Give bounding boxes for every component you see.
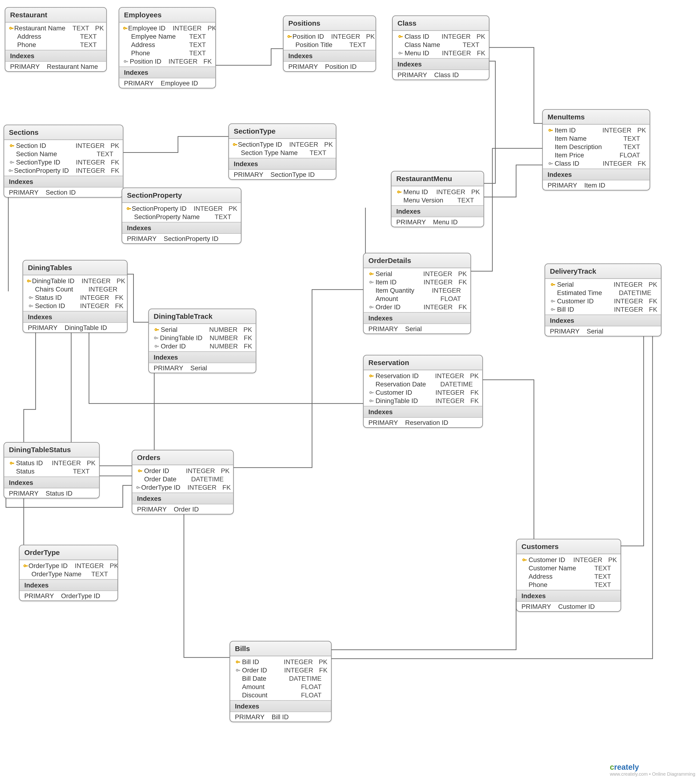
column-type: FLOAT	[620, 152, 646, 158]
entity-diningtables[interactable]: DiningTablesDiningTable IDINTEGERPKChair…	[23, 260, 128, 333]
column-type: FLOAT	[301, 691, 327, 699]
entity-restaurantmenu[interactable]: RestaurantMenuMenu IDINTEGERPKMenu Versi…	[391, 171, 484, 227]
column-name: Customer ID	[557, 297, 614, 305]
entity-orderdetails[interactable]: OrderDetailsSerialINTEGERPKItem IDINTEGE…	[363, 253, 471, 334]
entity-title: Customers	[517, 539, 621, 554]
indexes-header: Indexes	[283, 50, 376, 62]
fk-key-icon	[549, 307, 557, 312]
column-row: Status IDINTEGERFK	[23, 293, 127, 302]
column-name: SectionProperty Name	[134, 213, 215, 220]
column-name: SectionType ID	[16, 158, 76, 166]
index-column: SectionProperty ID	[164, 235, 218, 242]
index-primary-label: PRIMARY	[397, 71, 434, 78]
column-type: INTEGER	[80, 302, 115, 309]
entity-restaurant[interactable]: RestaurantRestaurant NameTEXTPKAddressTE…	[5, 7, 107, 72]
entity-diningtablestatus[interactable]: DiningTableStatusStatus IDINTEGERPKStatu…	[3, 442, 100, 499]
column-row: DiningTable IDNUMBERFK	[149, 334, 256, 342]
column-key-label: PK	[208, 25, 216, 32]
column-row: PhoneTEXT	[119, 48, 215, 57]
index-primary-label: PRIMARY	[522, 603, 558, 610]
column-name: Status ID	[16, 459, 52, 466]
index-column: Customer ID	[558, 603, 595, 610]
index-column: DiningTable ID	[65, 324, 107, 331]
entity-sectionproperty[interactable]: SectionPropertySectionProperty IDINTEGER…	[122, 187, 242, 244]
entity-sectiontype[interactable]: SectionTypeSectionType IDINTEGERPKSectio…	[228, 123, 337, 180]
pk-key-icon	[9, 25, 15, 31]
column-type: TEXT	[80, 41, 103, 48]
column-key-label: PK	[324, 141, 333, 148]
index-row: PRIMARYOrder ID	[132, 504, 233, 514]
column-key-label: PK	[221, 467, 230, 474]
entity-deliverytrack[interactable]: DeliveryTrackSerialINTEGERPKEstimated Ti…	[545, 264, 662, 337]
column-key-label: FK	[477, 49, 485, 57]
pk-key-icon	[153, 327, 161, 332]
entity-menuitems[interactable]: MenuItemsItem IDINTEGERPKItem NameTEXTIt…	[542, 109, 650, 190]
entity-bills[interactable]: BillsBill IDINTEGERPKOrder IDINTEGERFKBi…	[230, 641, 332, 722]
column-name: Phone	[17, 41, 80, 48]
entity-title: OrderType	[20, 545, 118, 560]
column-type: TEXT	[594, 564, 617, 572]
column-key-label: FK	[244, 342, 252, 350]
index-column: Bill ID	[272, 713, 289, 721]
column-type: TEXT	[463, 41, 485, 48]
index-primary-label: PRIMARY	[368, 419, 405, 426]
column-name: Order ID	[161, 342, 210, 350]
column-type: INTEGER	[603, 160, 638, 167]
column-name: Section ID	[35, 302, 80, 309]
entity-title: DiningTableStatus	[4, 443, 99, 458]
fk-key-icon	[8, 168, 14, 173]
entity-sections[interactable]: SectionsSection IDINTEGERPKSection NameT…	[3, 125, 123, 198]
column-key-label: FK	[458, 279, 467, 285]
entity-positions[interactable]: PositionsPosition IDINTEGERPKPosition Ti…	[283, 15, 376, 72]
column-type: INTEGER	[602, 127, 637, 133]
column-name: Amount	[376, 295, 440, 302]
entity-ordertype[interactable]: OrderTypeOrderType IDINTEGERPKOrderType …	[19, 545, 118, 601]
entity-customers[interactable]: CustomersCustomer IDINTEGERPKCustomer Na…	[516, 539, 621, 612]
index-primary-label: PRIMARY	[396, 219, 433, 225]
column-type: TEXT	[623, 143, 646, 150]
pk-key-icon	[395, 189, 403, 194]
fk-key-icon	[547, 160, 555, 166]
indexes-header: Indexes	[5, 50, 106, 62]
column-row: PhoneTEXT	[517, 580, 621, 589]
entity-title: SectionProperty	[122, 188, 241, 203]
pk-key-icon	[547, 127, 555, 133]
column-name: Restaurant Name	[14, 25, 73, 32]
index-column: Serial	[405, 325, 422, 332]
column-type: INTEGER	[284, 667, 319, 674]
entity-employees[interactable]: EmployeesEmployee IDINTEGERPKEmplyee Nam…	[118, 7, 216, 88]
entity-title: Restaurant	[5, 8, 106, 23]
column-row: Position IDINTEGERPK	[283, 32, 376, 40]
column-type: TEXT	[189, 41, 212, 48]
entity-reservation[interactable]: ReservationReservation IDINTEGERPKReserv…	[363, 355, 483, 428]
column-key-label: FK	[470, 389, 478, 396]
column-type: DATETIME	[619, 289, 657, 296]
index-row: PRIMARYMenu ID	[392, 217, 483, 227]
index-row: PRIMARYSerial	[149, 363, 256, 373]
columns-list: Reservation IDINTEGERPKReservation DateD…	[364, 370, 482, 406]
pk-key-icon	[23, 563, 29, 568]
indexes-header: Indexes	[4, 477, 99, 489]
indexes-header: Indexes	[230, 700, 331, 712]
index-row: PRIMARYSection ID	[4, 187, 123, 197]
column-name: Status ID	[35, 294, 80, 301]
entity-class[interactable]: ClassClass IDINTEGERPKClass NameTEXTMenu…	[392, 15, 490, 80]
brand-tagline: www.creately.com • Online Diagramming	[610, 771, 695, 777]
indexes-header: Indexes	[545, 315, 661, 326]
column-name: SectionType ID	[238, 141, 289, 148]
column-name: Section Name	[16, 150, 97, 157]
entity-diningtabletrack[interactable]: DiningTableTrackSerialNUMBERPKDiningTabl…	[148, 309, 256, 374]
index-primary-label: PRIMARY	[234, 171, 270, 178]
index-primary-label: PRIMARY	[548, 182, 585, 189]
column-name: Item Description	[555, 143, 623, 150]
index-row: PRIMARYSerial	[545, 326, 661, 336]
entity-title: DeliveryTrack	[545, 264, 661, 279]
entity-orders[interactable]: OrdersOrder IDINTEGERPKOrder DateDATETIM…	[132, 450, 234, 515]
column-name: Employee ID	[128, 25, 173, 32]
column-row: Section IDINTEGERPK	[4, 141, 123, 150]
columns-list: Customer IDINTEGERPKCustomer NameTEXTAdd…	[517, 554, 621, 590]
column-type: INTEGER	[193, 205, 228, 212]
column-row: Order IDINTEGERFK	[230, 666, 331, 674]
index-row: PRIMARYClass ID	[393, 70, 489, 80]
indexes-header: Indexes	[122, 222, 241, 234]
